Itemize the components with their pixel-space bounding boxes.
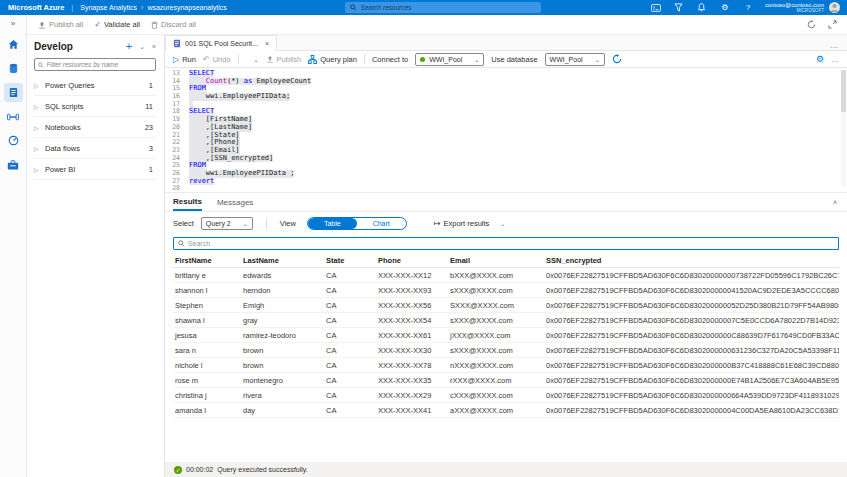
use-database-dropdown[interactable]: WWI_Pool ⌄ [545,53,605,66]
avatar[interactable] [829,2,840,13]
command-bar: Publish all ✓ Validate all Discard all [27,15,847,35]
publish-all-button[interactable]: Publish all [38,20,83,29]
resource-filter[interactable] [34,58,156,71]
tab-overflow-icon[interactable]: … [830,41,839,50]
divider [364,54,365,64]
connect-to-dropdown[interactable]: WWI_Pool ⌄ [415,53,484,66]
column-header-state[interactable]: State [326,256,378,265]
collapse-panel-icon[interactable]: « [152,43,156,50]
results-panel: Results Messages ˄ Select Query 2 ⌄ View [165,192,847,462]
undo-split-chevron-icon[interactable]: ⌄ [254,56,259,63]
collapse-results-icon[interactable]: ˄ [833,193,837,211]
column-header-phone[interactable]: Phone [378,256,450,265]
collapse-all-icon[interactable]: ⌄ [139,43,145,51]
nav-manage[interactable] [4,155,23,174]
cell: Stephen [173,301,243,310]
column-header-ssn_encrypted[interactable]: SSN_encrypted [546,256,839,265]
results-search[interactable] [173,237,839,250]
cell: bXXX@XXXX.com [450,271,546,280]
notifications-icon[interactable] [697,3,707,13]
column-header-lastname[interactable]: LastName [243,256,326,265]
expand-chevron-icon[interactable]: ▷ [34,145,40,152]
directory-filter-icon[interactable] [674,3,684,13]
run-button[interactable]: ▷ Run [173,55,196,64]
develop-icon [8,87,19,98]
table-row[interactable]: shannon lherndonCAXXX-XXX-XX93sXXX@XXXX.… [173,283,839,298]
table-row[interactable]: christina jriveraCAXXX-XXX-XX29cXXX@XXXX… [173,388,839,403]
expand-icon[interactable] [828,20,837,29]
expand-rail-icon[interactable]: » [11,19,15,35]
cell: XXX-XXX-XX61 [378,331,450,340]
query-plan-button[interactable]: Query plan [308,55,357,64]
table-row[interactable]: shawna lgrayCAXXX-XXX-XX54sXXX@XXXX.com0… [173,313,839,328]
cell: XXX-XXX-XX93 [378,286,450,295]
scrollbar-thumb[interactable] [841,70,846,112]
add-resource-button[interactable]: + [126,41,132,52]
help-icon[interactable]: ? [743,3,753,13]
breadcrumb-section[interactable]: Synapse Analytics [80,4,137,11]
validate-all-button[interactable]: ✓ Validate all [94,20,140,29]
table-row[interactable]: sara nbrownCAXXX-XXX-XX30sXXX@XXXX.com0x… [173,343,839,358]
results-controls: Select Query 2 ⌄ View Table Chart [165,212,847,235]
editor-scrollbar[interactable] [841,70,846,186]
view-chart-button[interactable]: Chart [357,218,406,229]
tab-messages[interactable]: Messages [217,193,253,211]
export-results-button[interactable]: ↦ Export results ⌄ [434,219,506,228]
expand-chevron-icon[interactable]: ▷ [34,103,40,110]
column-header-firstname[interactable]: FirstName [173,256,243,265]
nav-integrate[interactable] [4,107,23,126]
toolbar-overflow-icon[interactable]: … [831,55,840,64]
develop-item-data-flows[interactable]: ▷Data flows3 [34,138,156,159]
tab-sql-script[interactable]: 001 SQL Pool Securit... × [165,35,277,51]
cloudshell-icon[interactable] [651,3,661,13]
table-row[interactable]: rose mmontenegroCAXXX-XXX-XX35rXXX@XXXX.… [173,373,839,388]
view-table-button[interactable]: Table [308,218,357,229]
develop-item-power-bi[interactable]: ▷Power BI1 [34,159,156,180]
code-text: wwi.EmployeePIIData; [189,93,290,101]
settings-icon[interactable]: ⚙ [720,3,730,13]
develop-item-notebooks[interactable]: ▷Notebooks23 [34,117,156,138]
develop-item-sql-scripts[interactable]: ▷SQL scripts11 [34,96,156,117]
use-database-label: Use database [491,55,537,64]
select-label: Select [173,219,194,228]
code-editor[interactable]: 13SELECT14 Count(*) as EmployeeCount15FR… [165,68,847,192]
refresh-database-icon[interactable] [612,54,622,64]
cell: CA [326,316,378,325]
nav-home[interactable] [4,35,23,54]
discard-all-button[interactable]: Discard all [151,20,196,29]
tab-close-icon[interactable]: × [265,40,269,47]
resource-filter-input[interactable] [47,61,152,68]
properties-gear-icon[interactable]: ⚙ [816,54,824,64]
cell: sXXX@XXXX.com [450,286,546,295]
publish-button[interactable]: Publish [266,55,302,64]
undo-button[interactable]: ↶ Undo [203,55,231,64]
column-header-email[interactable]: Email [450,256,546,265]
breadcrumb-workspace[interactable]: wsazuresynapseanalytics [147,4,226,11]
develop-item-power-queries[interactable]: ▷Power Queries1 [34,75,156,96]
expand-chevron-icon[interactable]: ▷ [34,82,40,89]
table-row[interactable]: jesusaramirez-teodoroCAXXX-XXX-XX61jXXX@… [173,328,839,343]
tree-item-count: 23 [145,123,156,132]
global-search[interactable] [345,2,541,13]
expand-chevron-icon[interactable]: ▷ [34,124,40,131]
cell: edwards [243,271,326,280]
code-lines: 13SELECT14 Count(*) as EmployeeCount15FR… [165,70,847,192]
results-search-input[interactable] [188,240,834,247]
nav-develop[interactable] [4,83,23,102]
develop-panel: Develop + ⌄ « ▷Power Queries1▷SQL script… [27,35,165,477]
nav-monitor[interactable] [4,131,23,150]
table-row[interactable]: nichole lbrownCAXXX-XXX-XX78nXXX@XXXX.co… [173,358,839,373]
tab-results[interactable]: Results [173,193,202,211]
expand-chevron-icon[interactable]: ▷ [34,166,40,173]
table-row[interactable]: brittany eedwardsCAXXX-XXX-XX12bXXX@XXXX… [173,268,839,283]
refresh-icon[interactable] [807,20,816,29]
cell: CA [326,286,378,295]
global-search-input[interactable] [361,4,536,11]
azure-brand[interactable]: Microsoft Azure [8,3,64,12]
query-select-dropdown[interactable]: Query 2 ⌄ [201,217,253,230]
nav-data[interactable] [4,59,23,78]
code-line: 26 wwi.EmployeePIIData ; [165,170,847,178]
table-row[interactable]: amanda ldayCAXXX-XXX-XX41aXXX@XXXX.com0x… [173,403,839,418]
table-row[interactable]: StephenEmighCAXXX-XXX-XX56SXXX@XXXX.com0… [173,298,839,313]
account-info[interactable]: contoso@contoso.com MICROSOFT [765,2,824,14]
